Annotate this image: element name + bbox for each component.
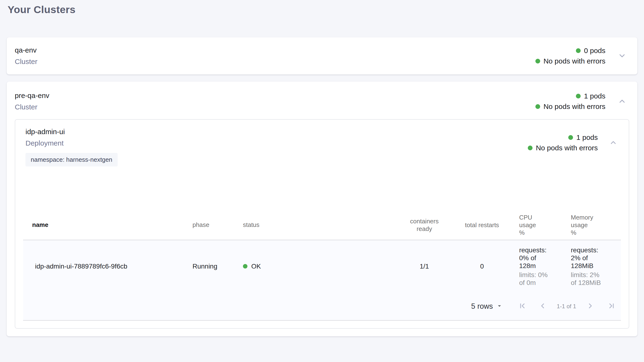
cluster-card-header: qa-env Cluster 0 pods No pods with error… (7, 45, 637, 67)
pod-table-row: idp-admin-ui-7889789fc6-9f6cb Running OK… (23, 240, 621, 292)
pods-ok-dot (576, 48, 581, 53)
cpu-limits: limits: 0% of 0m (519, 271, 549, 287)
table-pagination: 5 rows (23, 302, 621, 311)
column-header-phase[interactable]: phase (191, 210, 239, 240)
pod-status-cell: OK (239, 240, 388, 292)
cluster-card-header: pre-qa-env Cluster 1 pods No pods with e… (7, 82, 637, 119)
expand-cluster-button[interactable] (616, 50, 628, 62)
cluster-identity: pre-qa-env Cluster (15, 91, 49, 112)
pods-errors-label: No pods with errors (544, 103, 606, 111)
cluster-status-summary: 0 pods No pods with errors (536, 47, 628, 65)
table-header-row: name phase status containers ready total… (23, 210, 621, 240)
pods-summary: 0 pods No pods with errors (536, 47, 606, 65)
column-header-total-restarts[interactable]: total restarts (460, 210, 504, 240)
last-page-button[interactable] (608, 302, 616, 311)
pods-table: name phase status containers ready total… (23, 210, 621, 321)
pods-errors-line: No pods with errors (528, 144, 598, 152)
memory-usage-cell: requests: 2% of 128MiB limits: 2% of 128… (561, 240, 621, 292)
pods-count-line: 1 pods (568, 133, 598, 142)
deployment-name: idp-admin-ui (26, 127, 118, 137)
cluster-card-pre-qa-env: pre-qa-env Cluster 1 pods No pods with e… (7, 82, 637, 336)
chevron-left-icon (539, 302, 547, 311)
chevron-up-icon (609, 138, 617, 147)
pods-count-label: 0 pods (584, 47, 606, 55)
caret-down-icon (493, 302, 503, 310)
errors-ok-dot (536, 59, 540, 63)
pagination-range-label: 1-1 of 1 (557, 303, 576, 310)
clusters-page: Your Clusters qa-env Cluster 0 pods No p… (0, 0, 644, 336)
cluster-kind-label: Cluster (15, 57, 38, 67)
column-header-name[interactable]: name (23, 210, 191, 240)
column-header-memory-usage[interactable]: Memory usage % (561, 210, 621, 240)
chevron-up-icon (618, 97, 626, 106)
cluster-kind-label: Cluster (15, 102, 49, 112)
deployment-kind-label: Deployment (26, 138, 118, 148)
pods-errors-label: No pods with errors (536, 144, 598, 152)
cpu-requests: requests: 0% of 128m (519, 246, 549, 270)
cluster-status-summary: 1 pods No pods with errors (536, 92, 628, 111)
rows-per-page-select[interactable]: 5 rows (471, 302, 503, 311)
deployment-card-idp-admin-ui: idp-admin-ui Deployment namespace: harne… (15, 119, 629, 329)
collapse-cluster-button[interactable] (616, 95, 628, 108)
table-footer-row: 5 rows (23, 292, 621, 320)
pods-ok-dot (568, 135, 573, 140)
cluster-name: pre-qa-env (15, 91, 49, 101)
column-header-status[interactable]: status (239, 210, 388, 240)
pods-count-label: 1 pods (576, 133, 598, 142)
pods-count-label: 1 pods (584, 92, 606, 100)
pod-name-cell: idp-admin-ui-7889789fc6-9f6cb (23, 240, 191, 292)
pods-errors-line: No pods with errors (536, 103, 606, 111)
next-page-button[interactable] (586, 302, 594, 311)
first-page-icon (518, 302, 526, 311)
pods-errors-line: No pods with errors (536, 57, 606, 65)
memory-requests: requests: 2% of 128MiB (571, 246, 606, 270)
status-label: OK (251, 263, 261, 270)
pods-count-line: 0 pods (576, 47, 606, 55)
collapse-deployment-button[interactable] (608, 137, 619, 149)
namespace-chip: namespace: harness-nextgen (26, 153, 118, 167)
column-header-containers-ready[interactable]: containers ready (388, 210, 460, 240)
cpu-usage-cell: requests: 0% of 128m limits: 0% of 0m (504, 240, 561, 292)
page-title: Your Clusters (8, 4, 637, 15)
rows-per-page-value: 5 rows (471, 302, 493, 311)
pods-ok-dot (576, 94, 581, 98)
pods-errors-label: No pods with errors (544, 57, 606, 65)
deployment-status-summary: 1 pods No pods with errors (528, 133, 619, 152)
containers-ready-cell: 1/1 (388, 240, 460, 292)
deployment-identity: idp-admin-ui Deployment namespace: harne… (26, 127, 118, 167)
inner-card-bottom-spacer (15, 321, 629, 328)
last-page-icon (608, 302, 616, 311)
cluster-identity: qa-env Cluster (15, 45, 38, 67)
memory-limits: limits: 2% of 128MiB (571, 271, 606, 287)
deployment-card-header: idp-admin-ui Deployment namespace: harne… (15, 120, 629, 167)
column-header-cpu-usage[interactable]: CPU usage % (504, 210, 561, 240)
errors-ok-dot (528, 146, 532, 150)
pods-count-line: 1 pods (576, 92, 606, 100)
first-page-button[interactable] (518, 302, 526, 311)
cluster-name: qa-env (15, 45, 38, 55)
errors-ok-dot (536, 104, 540, 109)
cluster-card-qa-env: qa-env Cluster 0 pods No pods with error… (7, 37, 637, 74)
total-restarts-cell: 0 (460, 240, 504, 292)
previous-page-button[interactable] (539, 302, 547, 311)
pods-summary: 1 pods No pods with errors (528, 133, 598, 152)
chevron-right-icon (586, 302, 594, 311)
pods-summary: 1 pods No pods with errors (536, 92, 606, 111)
chevron-down-icon (618, 51, 626, 61)
status-ok-dot (243, 264, 248, 269)
pod-phase-cell: Running (191, 240, 239, 292)
